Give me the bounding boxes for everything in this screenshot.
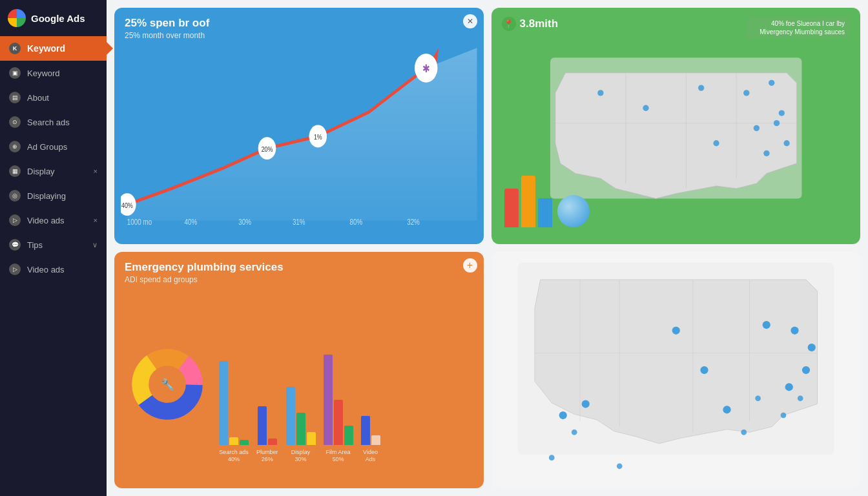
sidebar-header: Google Ads bbox=[0, 0, 107, 36]
bar-display-3 bbox=[307, 432, 316, 445]
bar-label-film: Film Area50% bbox=[326, 449, 351, 463]
search-icon: ⊙ bbox=[9, 116, 21, 128]
gpin-12 bbox=[755, 395, 761, 401]
donut-chart-area: 🔧 bbox=[122, 292, 212, 476]
displaying-icon: ◎ bbox=[9, 190, 21, 202]
card2-map-label: 40% foe Slueona I car lby Mivergency Miu… bbox=[747, 17, 850, 39]
sidebar-item-video-ads[interactable]: ▷ Video ads × bbox=[0, 208, 107, 232]
card-map-gray bbox=[491, 252, 861, 488]
sidebar-item-ad-groups[interactable]: ⊕ Ad Groups bbox=[0, 134, 107, 159]
sphere-decoration bbox=[557, 195, 590, 227]
map-pin-11 bbox=[753, 125, 759, 131]
bar-video-1 bbox=[361, 416, 370, 445]
sidebar-item-label: Ad Groups bbox=[27, 142, 98, 152]
bar-group-display: Display30% bbox=[286, 387, 316, 463]
sidebar-item-label: Keyword bbox=[27, 43, 65, 54]
sidebar-item-label: About bbox=[27, 93, 98, 103]
card3-content: 🔧 Search ads40% bbox=[114, 288, 484, 482]
bar-film-2 bbox=[334, 400, 343, 445]
display-badge: × bbox=[94, 167, 98, 175]
bar-film-3 bbox=[344, 426, 353, 445]
line-chart-svg: 40% 20% 1% ✱ 1000 mo 40% 30% 31% 80% 32% bbox=[121, 44, 477, 229]
map-pin-6 bbox=[778, 110, 784, 116]
pin-icon: 📍 bbox=[502, 17, 516, 31]
map-pin-10 bbox=[773, 120, 779, 126]
google-logo-icon bbox=[8, 9, 26, 27]
bar-plumber-2 bbox=[268, 439, 277, 445]
card-map-green: 📍 3.8mith 40% foe Slueona I car lby Mive… bbox=[491, 8, 861, 244]
map-pin-1 bbox=[597, 90, 603, 96]
bar-label-display: Display30% bbox=[291, 449, 311, 463]
close-button[interactable]: ✕ bbox=[463, 14, 477, 28]
bar-label-plumber: Plumber26% bbox=[256, 449, 278, 463]
videoads-bottom-icon: ▷ bbox=[9, 264, 21, 275]
sidebar-item-keyword-active[interactable]: K Keyword bbox=[0, 36, 107, 61]
sidebar-item-about[interactable]: ▤ About bbox=[0, 85, 107, 110]
us-map-gray-svg bbox=[497, 257, 856, 483]
sidebar-item-label: Keyword bbox=[27, 68, 98, 78]
gpin-15 bbox=[672, 327, 679, 335]
map-pin-4 bbox=[743, 90, 749, 96]
bar-blue bbox=[538, 198, 552, 227]
bar-group-bars-plumber bbox=[258, 406, 277, 445]
sidebar-item-keyword[interactable]: ▣ Keyword bbox=[0, 61, 107, 85]
bar-orange bbox=[521, 176, 535, 227]
bar-group-video: VideoAds bbox=[361, 416, 380, 463]
datapoint-label-1: 40% bbox=[121, 202, 133, 209]
app-title: Google Ads bbox=[31, 13, 85, 24]
card3-header: Emergency plumbing services ADI spend ad… bbox=[114, 252, 484, 288]
xlabel-1: 1000 mo bbox=[127, 218, 152, 226]
bar-group-bars-film bbox=[324, 355, 353, 445]
display-icon: ▦ bbox=[9, 165, 21, 177]
keyword-icon: K bbox=[9, 43, 21, 54]
sidebar-item-display[interactable]: ▦ Display × bbox=[0, 159, 107, 183]
gpin-13 bbox=[723, 406, 730, 413]
bar-red bbox=[504, 189, 519, 227]
card3-subtitle: ADI spend ad groups bbox=[125, 275, 473, 284]
bar-search-1 bbox=[219, 361, 228, 445]
card1-subtitle: 25% month over month bbox=[125, 31, 473, 40]
gpin-ak bbox=[548, 455, 554, 460]
sidebar-item-label: Display bbox=[27, 167, 87, 176]
bar-display-2 bbox=[296, 413, 305, 445]
donut-center-icon: 🔧 bbox=[161, 377, 174, 391]
bar-group-search: Search ads40% bbox=[219, 361, 249, 463]
sidebar-item-label: Search ads bbox=[27, 118, 98, 127]
gpin-5 bbox=[762, 321, 770, 329]
gpin-4 bbox=[700, 366, 708, 374]
sidebar-item-video-ads-bottom[interactable]: ▷ Video ads bbox=[0, 257, 107, 282]
xlabel-3: 30% bbox=[238, 218, 251, 226]
map-pin-9 bbox=[713, 140, 719, 146]
gpin-6 bbox=[790, 327, 798, 335]
bar-label-video: VideoAds bbox=[363, 449, 378, 463]
bar-chart-overlay bbox=[504, 176, 590, 227]
bar-search-2 bbox=[229, 437, 238, 445]
map-pin-3 bbox=[698, 85, 704, 90]
sidebar-item-tips[interactable]: 💬 Tips ∨ bbox=[0, 232, 107, 257]
adgroups-icon: ⊕ bbox=[9, 141, 21, 152]
gpin-1 bbox=[559, 411, 566, 419]
bar-group-film: Film Area50% bbox=[324, 355, 353, 463]
gpin-10 bbox=[797, 395, 803, 401]
bar-chart-area: Search ads40% Plumber26% bbox=[219, 292, 476, 476]
datapoint-label-4: 1% bbox=[314, 133, 322, 141]
bar-label-search: Search ads40% bbox=[219, 449, 249, 463]
sidebar-item-displaying[interactable]: ◎ Displaying bbox=[0, 183, 107, 208]
tips-badge: ∨ bbox=[92, 241, 98, 249]
bar-plumber-1 bbox=[258, 406, 267, 445]
gpin-8 bbox=[801, 366, 809, 374]
sidebar-item-search-ads[interactable]: ⊙ Search ads bbox=[0, 110, 107, 134]
video-icon: ▷ bbox=[9, 214, 21, 226]
sidebar: Google Ads K Keyword ▣ Keyword ▤ About ⊙… bbox=[0, 0, 107, 496]
gpin-3 bbox=[571, 429, 577, 435]
bar-group-bars-search bbox=[219, 361, 249, 445]
bar-film-1 bbox=[324, 355, 333, 445]
gpin-9 bbox=[785, 383, 792, 391]
donut-chart-svg: 🔧 bbox=[125, 342, 209, 426]
card4-content bbox=[491, 252, 861, 488]
sidebar-item-label: Displaying bbox=[27, 191, 98, 201]
gpin-11 bbox=[780, 413, 786, 418]
datapoint-label-3: 20% bbox=[262, 145, 273, 153]
gpin-2 bbox=[581, 400, 589, 408]
plus-button[interactable]: + bbox=[463, 258, 477, 273]
